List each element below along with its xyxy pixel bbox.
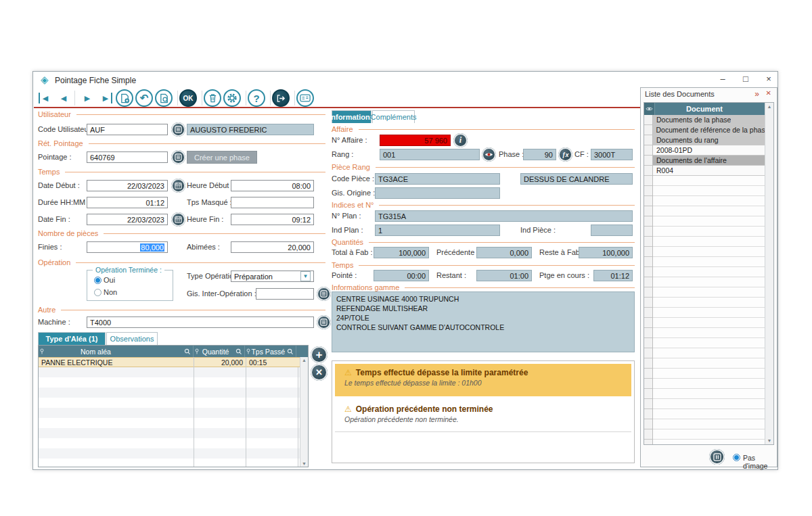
tab-informations[interactable]: Informations — [332, 110, 371, 123]
heure-fin-input[interactable]: 09:12 — [231, 214, 314, 225]
alea-table-header: Nom aléa Quantité Tps Passé — [39, 346, 308, 357]
badge-button[interactable] — [296, 89, 314, 107]
document-row-selected[interactable]: Documents de l'affaire — [644, 156, 765, 166]
section-temps: Temps — [38, 168, 325, 176]
tab-complements[interactable]: Compléments — [372, 110, 415, 123]
ok-button[interactable]: OK — [179, 89, 197, 107]
scroll-down-icon[interactable]: ▼ — [765, 438, 773, 443]
phase-fx-button[interactable]: ƒx — [558, 147, 572, 162]
x-icon: ✕ — [315, 367, 323, 377]
list-icon — [320, 319, 328, 326]
date-fin-calendar-button[interactable] — [171, 212, 185, 227]
document-row[interactable]: 2008-01PD — [644, 145, 765, 156]
radio-oui[interactable]: Oui — [94, 276, 115, 284]
warning-item[interactable]: ⚠Opération précédente non terminée Opéra… — [335, 400, 631, 430]
nav-prev-button[interactable]: ◀ — [58, 93, 70, 103]
abimees-input[interactable]: 20,000 — [231, 241, 314, 253]
creer-une-phase-button[interactable]: Créer une phase — [187, 151, 257, 164]
date-debut-input[interactable]: 22/03/2023 — [87, 180, 168, 191]
chevron-down-icon[interactable]: ▼ — [300, 271, 311, 281]
n-affaire-input[interactable]: 57 960 — [380, 135, 451, 146]
undo-icon: ↶ — [140, 92, 149, 104]
document-row[interactable]: Documents de la phase — [644, 115, 765, 125]
heure-debut-input[interactable]: 08:00 — [231, 180, 314, 191]
image-viewer-button[interactable] — [709, 449, 725, 465]
scroll-down-icon[interactable]: ▼ — [300, 461, 308, 466]
code-utilisateur-lookup-button[interactable] — [171, 122, 185, 137]
column-header-nom-alea[interactable]: Nom aléa — [39, 346, 194, 357]
preview-document-button[interactable] — [155, 89, 173, 107]
affaire-info-button[interactable]: i — [453, 133, 468, 147]
rang-eye-button[interactable] — [482, 147, 496, 162]
section-temps-right: Temps — [332, 261, 635, 269]
column-header-tps-passe[interactable]: Tps Passé — [245, 346, 296, 357]
finies-input[interactable]: 80,000 — [87, 241, 168, 253]
tab-observations[interactable]: Observations — [106, 332, 158, 345]
type-operation-select[interactable]: Préparation ▼ — [231, 271, 314, 282]
pas-dimage-radio[interactable] — [733, 454, 740, 461]
heure-debut-label: Heure Début : — [187, 181, 233, 189]
warning-item[interactable]: ⚠Temps effectué dépasse la limite paramé… — [335, 364, 631, 396]
panel-close-icon[interactable]: ✕ — [766, 89, 771, 97]
alea-row-quantite[interactable]: 20,000 — [194, 357, 246, 367]
close-button[interactable]: × — [761, 74, 776, 86]
pin-icon — [195, 348, 199, 354]
column-header-quantite[interactable]: Quantité — [194, 346, 245, 357]
alea-row-nom[interactable]: PANNE ELECTRIQUE — [39, 357, 194, 367]
radio-non[interactable]: Non — [94, 288, 117, 296]
document-row[interactable]: Document de référence de la phase — [644, 125, 765, 135]
document-row[interactable]: Documents du rang — [644, 135, 765, 145]
undo-button[interactable]: ↶ — [135, 89, 153, 107]
delete-button[interactable] — [204, 89, 221, 107]
new-document-button[interactable] — [116, 89, 133, 107]
minimize-button[interactable]: – — [715, 74, 730, 86]
warning-icon: ⚠ — [344, 404, 352, 414]
nav-first-button[interactable]: ◀ — [39, 93, 51, 103]
gis-inter-input[interactable] — [256, 288, 314, 300]
date-fin-label: Date Fin : — [38, 215, 70, 223]
date-fin-input[interactable]: 22/03/2023 — [87, 214, 168, 225]
add-alea-button[interactable]: + — [311, 346, 328, 363]
restant-label: Restant : — [436, 271, 466, 279]
machine-lookup-button[interactable] — [317, 315, 331, 329]
pointage-input[interactable]: 640769 — [87, 151, 168, 163]
info-icon: i — [459, 135, 461, 145]
documents-column-header[interactable]: Document — [644, 103, 765, 115]
total-fab-label: Total à Fab : — [332, 248, 373, 256]
maximize-button[interactable]: □ — [738, 74, 753, 86]
date-debut-calendar-button[interactable] — [171, 179, 185, 193]
code-piece-label: Code Pièce : — [332, 174, 374, 183]
documents-header-corner[interactable] — [644, 103, 655, 115]
exit-icon — [276, 94, 286, 103]
settings-button[interactable] — [223, 89, 241, 107]
gis-inter-lookup-button[interactable] — [317, 287, 331, 301]
ptge-en-cours-field: 01:12 — [593, 270, 633, 281]
exit-button[interactable] — [272, 89, 290, 107]
code-utilisateur-input[interactable]: AUF — [87, 124, 168, 135]
nav-last-button[interactable]: ▶ — [100, 93, 112, 103]
section-info-gamme: Informations gamme — [332, 283, 635, 291]
remove-alea-button[interactable]: ✕ — [311, 364, 328, 381]
alea-row-tps[interactable]: 00:15 — [246, 357, 301, 367]
tps-masque-label: Tps Masqué : — [187, 198, 232, 206]
eye-icon — [484, 151, 493, 158]
expand-chevrons-icon[interactable]: » — [754, 89, 759, 99]
scroll-up-icon[interactable]: ▲ — [765, 104, 773, 109]
alea-table-scrollbar[interactable]: ▲ ▼ — [300, 357, 308, 467]
document-row[interactable]: R004 — [644, 166, 765, 176]
pointage-lookup-button[interactable] — [171, 150, 185, 164]
trash-icon — [208, 93, 217, 103]
machine-input[interactable]: T4000 — [87, 316, 314, 328]
help-button[interactable]: ? — [248, 89, 265, 107]
designation-piece-field: DESSUS DE CALANDRE — [520, 173, 633, 185]
n-plan-field: TG315A — [375, 210, 633, 222]
duree-input[interactable]: 01:12 — [87, 197, 168, 208]
list-icon — [175, 154, 182, 161]
documents-scrollbar[interactable]: ▲ ▼ — [765, 103, 773, 444]
section-ref-pointage: Rét. Pointage — [38, 139, 325, 147]
tab-type-alea[interactable]: Type d'Aléa (1) — [38, 332, 106, 345]
scroll-up-icon[interactable]: ▲ — [300, 358, 308, 362]
id-card-icon — [300, 94, 311, 102]
tps-masque-input[interactable] — [231, 197, 314, 208]
nav-next-button[interactable]: ▶ — [81, 93, 93, 103]
